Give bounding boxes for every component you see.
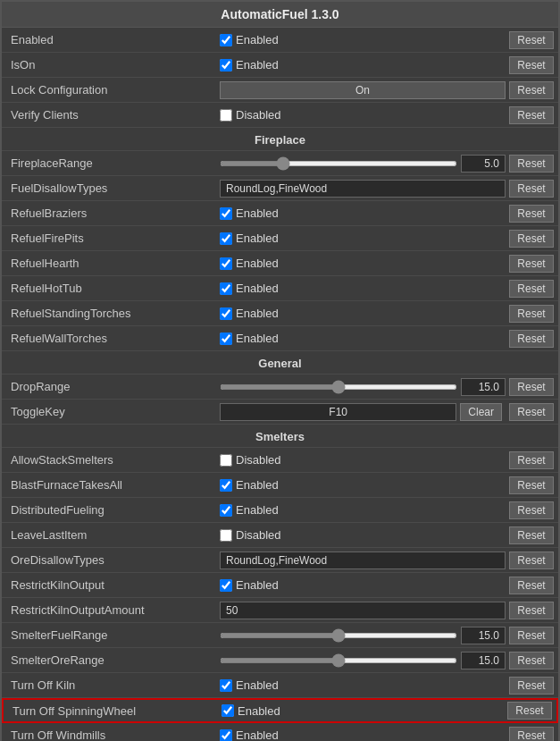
checkbox-refuelbraziers[interactable] [220, 207, 232, 220]
row-refuelhottub: RefuelHotTubEnabledReset [2, 276, 558, 301]
row-restrictkilnoutput: RestrictKilnOutputEnabledReset [2, 573, 558, 598]
reset-button-refuelfirepits[interactable]: Reset [509, 230, 554, 248]
app-title: AutomaticFuel 1.3.0 [221, 7, 339, 21]
row-oredisallowtypes: OreDisallowTypesReset [2, 548, 558, 573]
control-restrictkilnoutput: Enabled [216, 578, 509, 592]
reset-button-togglekey[interactable]: Reset [509, 403, 554, 421]
control-fireplacerange: 5.0 [216, 155, 509, 173]
row-droprange: DropRange15.0Reset [2, 375, 558, 400]
main-window: AutomaticFuel 1.3.0 EnabledEnabledResetI… [0, 0, 560, 741]
label-allowstacksmelters: AllowStackSmelters [2, 453, 216, 467]
reset-button-refuelhearth[interactable]: Reset [509, 255, 554, 273]
control-fueldisallowtypes [216, 180, 509, 198]
checkbox-enabled[interactable] [220, 34, 232, 46]
label-leavelastitem: LeaveLastItem [2, 528, 216, 542]
checkbox-restrictkilnoutput[interactable] [220, 579, 232, 592]
checkbox-refuelstandingtorches[interactable] [220, 307, 232, 320]
checkbox-blastfurnacetakesall[interactable] [220, 479, 232, 492]
reset-button-verify-clients[interactable]: Reset [509, 106, 554, 124]
reset-button-smelterorerange[interactable]: Reset [509, 652, 554, 669]
checkbox-turn-off-windmills[interactable] [220, 729, 232, 742]
number-text-restrictkilnoutputamount[interactable] [220, 602, 506, 619]
reset-button-fireplacerange[interactable]: Reset [509, 155, 554, 173]
label-turn-off-windmills: Turn Off Windmills [2, 728, 216, 741]
reset-button-refuelbraziers[interactable]: Reset [509, 205, 554, 223]
label-smelterfuelrange: SmelterFuelRange [2, 628, 216, 642]
reset-button-turn-off-spinningwheel[interactable]: Reset [507, 702, 552, 720]
clear-button-togglekey[interactable]: Clear [460, 403, 502, 421]
text-input-oredisallowtypes[interactable] [220, 552, 506, 569]
control-lock-configuration: On [216, 81, 509, 99]
control-smelterfuelrange: 15.0 [216, 627, 509, 644]
reset-button-smelterfuelrange[interactable]: Reset [509, 627, 554, 644]
control-refuelstandingtorches: Enabled [216, 307, 509, 320]
reset-button-restrictkilnoutput[interactable]: Reset [509, 577, 554, 594]
control-turn-off-kiln: Enabled [216, 678, 509, 692]
row-fireplacerange: FireplaceRange5.0Reset [2, 151, 558, 176]
control-togglekey: F10Clear [216, 403, 509, 421]
reset-button-oredisallowtypes[interactable]: Reset [509, 552, 554, 569]
slider-smelterorerange[interactable] [220, 658, 457, 663]
reset-button-restrictkilnoutputamount[interactable]: Reset [509, 602, 554, 619]
row-refuelhearth: RefuelHearthEnabledReset [2, 251, 558, 276]
reset-button-droprange[interactable]: Reset [509, 378, 554, 396]
reset-button-allowstacksmelters[interactable]: Reset [509, 451, 554, 469]
row-verify-clients: Verify ClientsDisabledReset [2, 103, 558, 128]
reset-button-distributedfueling[interactable]: Reset [509, 501, 554, 519]
row-enabled: EnabledEnabledReset [2, 28, 558, 53]
checkbox-refuelwalltorches[interactable] [220, 333, 232, 345]
reset-button-turn-off-windmills[interactable]: Reset [509, 727, 554, 742]
control-distributedfueling: Enabled [216, 503, 509, 517]
checkbox-turn-off-spinningwheel[interactable] [221, 704, 234, 717]
label-refuelhearth: RefuelHearth [2, 257, 216, 270]
checkbox-refuelhottub[interactable] [220, 282, 232, 295]
checkbox-allowstacksmelters[interactable] [220, 454, 232, 467]
section-fireplace: Fireplace [2, 128, 558, 151]
row-togglekey: ToggleKeyF10ClearReset [2, 400, 558, 425]
slider-droprange[interactable] [220, 384, 457, 390]
checkbox-distributedfueling[interactable] [220, 504, 232, 517]
control-verify-clients: Disabled [216, 108, 509, 122]
control-smelterorerange: 15.0 [216, 652, 509, 669]
control-droprange: 15.0 [216, 378, 509, 396]
row-allowstacksmelters: AllowStackSmeltersDisabledReset [2, 448, 558, 473]
reset-button-blastfurnacetakesall[interactable]: Reset [509, 476, 554, 494]
checkbox-ison[interactable] [220, 59, 232, 72]
reset-button-leavelastitem[interactable]: Reset [509, 526, 554, 544]
label-fueldisallowtypes: FuelDisallowTypes [2, 181, 216, 195]
control-blastfurnacetakesall: Enabled [216, 478, 509, 492]
label-refuelhottub: RefuelHotTub [2, 282, 216, 295]
checkbox-refuelhearth[interactable] [220, 257, 232, 270]
row-refuelwalltorches: RefuelWallTorchesEnabledReset [2, 326, 558, 351]
label-fireplacerange: FireplaceRange [2, 156, 216, 170]
reset-button-turn-off-kiln[interactable]: Reset [509, 677, 554, 695]
label-refuelbraziers: RefuelBraziers [2, 206, 216, 220]
slider-smelterfuelrange[interactable] [220, 633, 457, 638]
slider-fireplacerange[interactable] [220, 161, 457, 166]
label-turn-off-kiln: Turn Off Kiln [2, 678, 216, 692]
reset-button-fueldisallowtypes[interactable]: Reset [509, 180, 554, 198]
text-input-fueldisallowtypes[interactable] [220, 180, 506, 198]
label-turn-off-spinningwheel: Turn Off SpinningWheel [4, 704, 218, 718]
label-restrictkilnoutput: RestrictKilnOutput [2, 578, 216, 592]
reset-button-ison[interactable]: Reset [509, 56, 554, 74]
reset-button-lock-configuration[interactable]: Reset [509, 81, 554, 99]
label-refuelwalltorches: RefuelWallTorches [2, 332, 216, 345]
label-refuelstandingtorches: RefuelStandingTorches [2, 307, 216, 320]
control-turn-off-spinningwheel: Enabled [218, 704, 507, 718]
reset-button-refuelhottub[interactable]: Reset [509, 280, 554, 298]
section-smelters: Smelters [2, 425, 558, 448]
checkbox-verify-clients[interactable] [220, 109, 232, 122]
reset-button-enabled[interactable]: Reset [509, 31, 554, 49]
row-turn-off-spinningwheel: Turn Off SpinningWheelEnabledReset [2, 698, 558, 723]
reset-button-refuelstandingtorches[interactable]: Reset [509, 305, 554, 323]
reset-button-refuelwalltorches[interactable]: Reset [509, 330, 554, 348]
checkbox-refuelfirepits[interactable] [220, 232, 232, 245]
checkbox-leavelastitem[interactable] [220, 529, 232, 542]
row-leavelastitem: LeaveLastItemDisabledReset [2, 523, 558, 548]
row-turn-off-kiln: Turn Off KilnEnabledReset [2, 673, 558, 698]
label-distributedfueling: DistributedFueling [2, 503, 216, 517]
control-enabled: Enabled [216, 33, 509, 46]
checkbox-turn-off-kiln[interactable] [220, 679, 232, 692]
content-area: EnabledEnabledResetIsOnEnabledResetLock … [2, 28, 558, 741]
